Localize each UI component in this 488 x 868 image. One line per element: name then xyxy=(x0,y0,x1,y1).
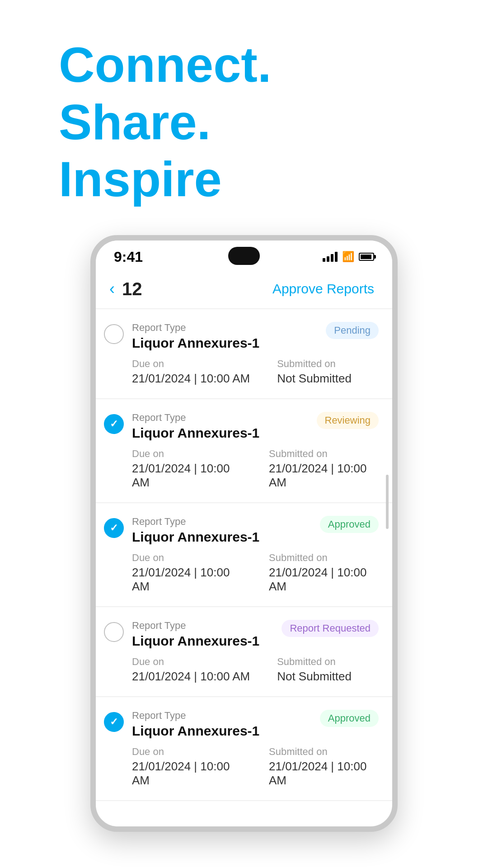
status-badge-1: Pending xyxy=(326,322,379,339)
report-card-3: ✓ Report Type Liquor Annexures-1 Approve… xyxy=(96,503,392,606)
report-name-5: Liquor Annexures-1 xyxy=(132,723,259,739)
submitted-label-3: Submitted on xyxy=(269,552,379,564)
status-badge-3: Approved xyxy=(320,516,379,533)
due-on-value-1: 21/01/2024 | 10:00 AM xyxy=(132,372,250,386)
card-top-row-5: Report Type Liquor Annexures-1 Approved xyxy=(132,710,379,739)
phone-mockup: 9:41 📶 ‹ 12 Approve Repo xyxy=(90,235,398,832)
checkbox-3[interactable]: ✓ xyxy=(104,518,124,538)
report-info-4: Report Type Liquor Annexures-1 xyxy=(132,620,259,649)
wifi-icon: 📶 xyxy=(342,251,354,263)
submitted-col-2: Submitted on 21/01/2024 | 10:00 AM xyxy=(269,448,379,490)
back-button[interactable]: ‹ xyxy=(109,279,115,298)
report-type-label-1: Report Type xyxy=(132,322,259,334)
hero-line1: Connect. xyxy=(59,36,488,94)
due-on-value-4: 21/01/2024 | 10:00 AM xyxy=(132,670,250,684)
card-content-5: Report Type Liquor Annexures-1 Approved … xyxy=(132,710,379,788)
due-on-label-3: Due on xyxy=(132,552,242,564)
due-on-label-2: Due on xyxy=(132,448,242,460)
battery-icon xyxy=(359,253,374,261)
report-info-2: Report Type Liquor Annexures-1 xyxy=(132,412,259,441)
report-info-1: Report Type Liquor Annexures-1 xyxy=(132,322,259,351)
card-details-3: Due on 21/01/2024 | 10:00 AM Submitted o… xyxy=(132,552,379,594)
report-card-4: Report Type Liquor Annexures-1 Report Re… xyxy=(96,607,392,696)
card-top-row-2: Report Type Liquor Annexures-1 Reviewing xyxy=(132,412,379,441)
checkbox-area-5: ✓ xyxy=(96,710,132,732)
phone-screen: 9:41 📶 ‹ 12 Approve Repo xyxy=(96,241,392,826)
submitted-col-3: Submitted on 21/01/2024 | 10:00 AM xyxy=(269,552,379,594)
report-card-1: Report Type Liquor Annexures-1 Pending D… xyxy=(96,309,392,398)
report-name-4: Liquor Annexures-1 xyxy=(132,633,259,649)
card-content-1: Report Type Liquor Annexures-1 Pending D… xyxy=(132,322,379,386)
card-content-4: Report Type Liquor Annexures-1 Report Re… xyxy=(132,620,379,684)
report-name-2: Liquor Annexures-1 xyxy=(132,425,259,441)
report-type-label-2: Report Type xyxy=(132,412,259,424)
due-on-col-5: Due on 21/01/2024 | 10:00 AM xyxy=(132,746,242,788)
status-badge-2: Reviewing xyxy=(317,412,379,429)
submitted-col-1: Submitted on Not Submitted xyxy=(277,358,352,386)
submitted-value-5: 21/01/2024 | 10:00 AM xyxy=(269,760,379,788)
checkbox-1[interactable] xyxy=(104,324,124,344)
report-type-label-5: Report Type xyxy=(132,710,259,722)
submitted-value-3: 21/01/2024 | 10:00 AM xyxy=(269,566,379,594)
report-info-3: Report Type Liquor Annexures-1 xyxy=(132,516,259,545)
due-on-label-4: Due on xyxy=(132,656,250,668)
checkbox-area-3: ✓ xyxy=(96,516,132,538)
card-details-2: Due on 21/01/2024 | 10:00 AM Submitted o… xyxy=(132,448,379,490)
submitted-label-5: Submitted on xyxy=(269,746,379,758)
due-on-value-3: 21/01/2024 | 10:00 AM xyxy=(132,566,242,594)
submitted-col-5: Submitted on 21/01/2024 | 10:00 AM xyxy=(269,746,379,788)
card-top-row-1: Report Type Liquor Annexures-1 Pending xyxy=(132,322,379,351)
report-card-5: ✓ Report Type Liquor Annexures-1 Approve… xyxy=(96,697,392,800)
status-icons: 📶 xyxy=(323,251,374,263)
submitted-value-4: Not Submitted xyxy=(277,670,352,684)
checkmark-icon: ✓ xyxy=(110,418,118,430)
due-on-col-2: Due on 21/01/2024 | 10:00 AM xyxy=(132,448,242,490)
status-bar: 9:41 📶 xyxy=(96,241,392,270)
hero-line3: Inspire xyxy=(59,151,488,208)
card-content-2: Report Type Liquor Annexures-1 Reviewing… xyxy=(132,412,379,490)
due-on-col-1: Due on 21/01/2024 | 10:00 AM xyxy=(132,358,250,386)
card-details-5: Due on 21/01/2024 | 10:00 AM Submitted o… xyxy=(132,746,379,788)
submitted-label-1: Submitted on xyxy=(277,358,352,370)
report-type-label-3: Report Type xyxy=(132,516,259,528)
card-details-4: Due on 21/01/2024 | 10:00 AM Submitted o… xyxy=(132,656,379,684)
report-name-3: Liquor Annexures-1 xyxy=(132,529,259,545)
phone-container: 9:41 📶 ‹ 12 Approve Repo xyxy=(0,235,488,832)
checkbox-2[interactable]: ✓ xyxy=(104,414,124,434)
approve-reports-button[interactable]: Approve Reports xyxy=(272,281,374,297)
checkbox-area-4 xyxy=(96,620,132,642)
checkbox-area-2: ✓ xyxy=(96,412,132,434)
due-on-col-4: Due on 21/01/2024 | 10:00 AM xyxy=(132,656,250,684)
report-name-1: Liquor Annexures-1 xyxy=(132,335,259,351)
signal-icon xyxy=(323,252,338,262)
due-on-value-5: 21/01/2024 | 10:00 AM xyxy=(132,760,242,788)
checkbox-area-1 xyxy=(96,322,132,344)
checkbox-4[interactable] xyxy=(104,622,124,642)
due-on-value-2: 21/01/2024 | 10:00 AM xyxy=(132,462,242,490)
report-count: 12 xyxy=(122,279,142,299)
app-header: ‹ 12 Approve Reports xyxy=(96,270,392,308)
due-on-label-5: Due on xyxy=(132,746,242,758)
submitted-label-2: Submitted on xyxy=(269,448,379,460)
notch xyxy=(228,247,260,265)
scroll-indicator xyxy=(386,475,389,529)
submitted-value-1: Not Submitted xyxy=(277,372,352,386)
submitted-col-4: Submitted on Not Submitted xyxy=(277,656,352,684)
card-details-1: Due on 21/01/2024 | 10:00 AM Submitted o… xyxy=(132,358,379,386)
status-time: 9:41 xyxy=(114,249,143,265)
checkmark-icon: ✓ xyxy=(110,522,118,534)
report-list: Report Type Liquor Annexures-1 Pending D… xyxy=(96,308,392,801)
due-on-col-3: Due on 21/01/2024 | 10:00 AM xyxy=(132,552,242,594)
card-content-3: Report Type Liquor Annexures-1 Approved … xyxy=(132,516,379,594)
hero-line2: Share. xyxy=(59,94,488,151)
hero-title: Connect. Share. Inspire xyxy=(59,36,488,208)
checkmark-icon: ✓ xyxy=(110,716,118,728)
checkbox-5[interactable]: ✓ xyxy=(104,712,124,732)
card-top-row-4: Report Type Liquor Annexures-1 Report Re… xyxy=(132,620,379,649)
status-badge-5: Approved xyxy=(320,710,379,727)
card-top-row-3: Report Type Liquor Annexures-1 Approved xyxy=(132,516,379,545)
submitted-value-2: 21/01/2024 | 10:00 AM xyxy=(269,462,379,490)
status-badge-4: Report Requested xyxy=(282,620,379,637)
header-left: ‹ 12 xyxy=(109,279,142,299)
report-info-5: Report Type Liquor Annexures-1 xyxy=(132,710,259,739)
